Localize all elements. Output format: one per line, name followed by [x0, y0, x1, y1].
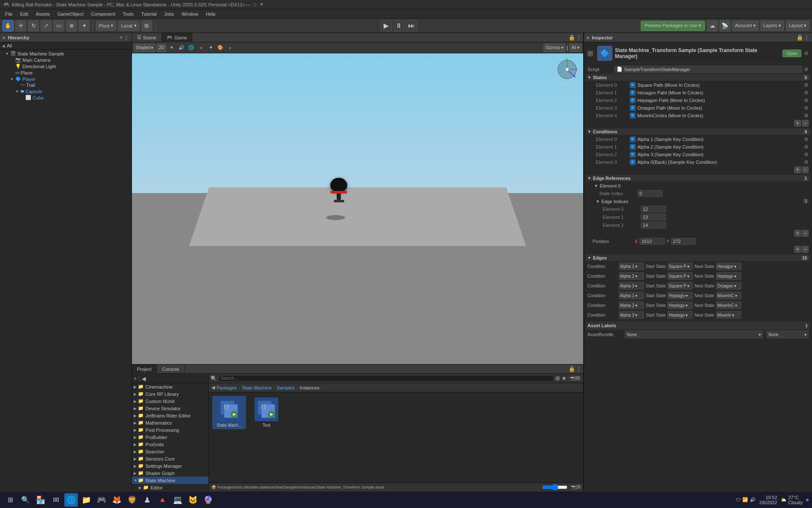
edge-idx-elem2-input[interactable] [641, 222, 666, 229]
custom-tool-button[interactable]: ✦ [79, 20, 90, 31]
pp-toggle[interactable]: 🎨 [216, 44, 225, 52]
mode-dropdown[interactable]: 2D [156, 44, 166, 52]
hierarchy-item-cube[interactable]: ⬜ Cube [0, 94, 132, 101]
taskbar-icon-rider[interactable]: 🔮 [201, 493, 215, 507]
pivot-dropdown[interactable]: Pivot ▾ [96, 21, 116, 31]
local-dropdown[interactable]: Local ▾ [118, 21, 139, 31]
cond-elem3-value[interactable]: 🔷 Alpha 0(Back) (Sample Key Condition) [630, 159, 804, 165]
conditions-plus-btn[interactable]: + [794, 166, 801, 173]
asset-labels-gear[interactable]: ⬇ [804, 323, 809, 329]
hierarchy-options-button[interactable]: ⋮ [123, 34, 129, 41]
sidebar-item-services-core[interactable]: ▶ 📁 Services Core [132, 455, 208, 462]
edge4-start-dropdown[interactable]: Heptago ▾ [667, 301, 693, 309]
step-button[interactable]: ⏭ [406, 20, 417, 31]
taskbar-icon-store[interactable]: 🏪 [34, 493, 47, 507]
edge3-condition-dropdown[interactable]: Alpha 1 ▾ [619, 292, 644, 299]
project-search-input[interactable] [219, 375, 554, 382]
sidebar-item-shader-graph[interactable]: ▶ 📁 Shader Graph [132, 469, 208, 477]
maximize-button[interactable]: □ [252, 2, 258, 8]
rotate-tool-button[interactable]: ↻ [28, 20, 39, 31]
menu-file[interactable]: File [2, 11, 16, 17]
edge4-next-dropdown[interactable]: MoveInC ▾ [716, 301, 741, 309]
hierarchy-item-trail[interactable]: 〰 Trail [0, 82, 132, 88]
state-elem0-gear[interactable]: ⚙ [804, 82, 809, 88]
cond-elem0-value[interactable]: 🔷 Alpha 1 (Sample Key Condition) [630, 136, 804, 142]
taskbar-icon-unity[interactable]: 🎮 [95, 493, 108, 507]
pause-button[interactable]: ⏸ [393, 20, 404, 31]
flare-toggle[interactable]: ✦ [206, 44, 215, 52]
edge-indices-minus-btn[interactable]: − [802, 230, 809, 237]
menu-jobs[interactable]: Jobs [161, 11, 177, 17]
taskbar-icon-game[interactable]: ♟ [140, 493, 154, 507]
sidebar-back-button[interactable]: ◀ [142, 375, 146, 382]
taskbar-icon-brave[interactable]: 🦁 [125, 493, 139, 507]
sidebar-item-mathematics[interactable]: ▶ 📁 Mathematics [132, 419, 208, 426]
collab-button[interactable]: ☁ [707, 20, 718, 31]
hierarchy-item-plane[interactable]: ▭ Plane [0, 69, 132, 76]
project-view-btn[interactable]: ⊞ [555, 375, 560, 381]
conditions-minus-btn[interactable]: − [802, 166, 809, 173]
object-active-checkbox[interactable]: ✓ [587, 51, 593, 56]
edge-idx-elem1-input[interactable] [641, 214, 666, 221]
taskbar-icon-explorer[interactable]: 📁 [80, 493, 93, 507]
sidebar-item-cinemachine[interactable]: ▶ 📁 Cinemachine [132, 383, 208, 390]
edge0-condition-dropdown[interactable]: Alpha 1 ▾ [619, 262, 644, 270]
add-folder-button[interactable]: + [134, 375, 137, 382]
sidebar-item-post-processing[interactable]: ▶ 📁 Post Processing [132, 426, 208, 433]
cond-elem2-gear[interactable]: ⚙ [804, 152, 809, 157]
taskbar-icon-firefox[interactable]: 🦊 [110, 493, 123, 507]
breadcrumb-instances[interactable]: Instances [299, 385, 319, 390]
script-gear-button[interactable]: ⚙ [804, 66, 809, 72]
sidebar-item-probuilder[interactable]: ▶ 📁 ProBuilder [132, 433, 208, 441]
account-dropdown[interactable]: Account ▾ [732, 21, 759, 31]
sidebar-item-custom-nunit[interactable]: ▶ 📁 Custom NUnit [132, 398, 208, 405]
inspector-options-button[interactable]: ⋮ [804, 34, 809, 41]
state-elem0-value[interactable]: 🔷 Square Path (Move In Circles) [630, 82, 804, 88]
menu-component[interactable]: Component [88, 11, 118, 17]
taskbar-icon-mail[interactable]: ✉ [49, 493, 63, 507]
scene-lock-button[interactable]: 🔒 [568, 34, 575, 41]
cond-elem1-value[interactable]: 🔷 Alpha 2 (Sample Key Condition) [630, 144, 804, 150]
edge5-start-dropdown[interactable]: Heptago ▾ [667, 311, 693, 319]
all-dropdown[interactable]: All ▾ [569, 44, 582, 52]
gizmos-dropdown[interactable]: Gizmos ▾ [543, 44, 565, 52]
state-elem3-value[interactable]: 🔷 Octagon Path (Move In Circles) [630, 105, 804, 111]
audio-toggle[interactable]: 🔊 [177, 44, 186, 52]
tab-project[interactable]: Project [132, 364, 157, 374]
hierarchy-add-button[interactable]: + [119, 34, 123, 41]
edge-refs-plus-btn[interactable]: + [794, 246, 801, 253]
rect-tool-button[interactable]: ▭ [53, 20, 64, 31]
position-x-input[interactable] [639, 238, 665, 245]
asset-item-test[interactable]: {} Test [250, 396, 283, 429]
menu-window[interactable]: Window [178, 11, 202, 17]
taskbar-icon-github[interactable]: 🐱 [186, 493, 200, 507]
states-minus-btn[interactable]: − [802, 120, 809, 127]
state-elem1-gear[interactable]: ⚙ [804, 90, 809, 96]
state-elem1-value[interactable]: 🔷 Hexagon Paht (Move In Circles) [630, 90, 804, 96]
breadcrumb-packages[interactable]: Packages [217, 385, 237, 390]
state-elem4-gear[interactable]: ⚙ [804, 113, 809, 119]
edge-references-header[interactable]: ▼ Edge References 1 [586, 175, 810, 182]
layers-dropdown[interactable]: Layers ▾ [760, 21, 784, 31]
menu-tools[interactable]: Tools [119, 11, 137, 17]
edge5-condition-dropdown[interactable]: Alpha 3 ▾ [619, 311, 644, 319]
sidebar-item-device-sim[interactable]: ▶ 📁 Device Simulator [132, 405, 208, 412]
sidebar-item-jetbrains[interactable]: ▶ 📁 JetBrains Rider Editor [132, 412, 208, 419]
state-elem3-gear[interactable]: ⚙ [804, 105, 809, 111]
sidebar-item-settings-mgr[interactable]: ▶ 📁 Settings Manager [132, 462, 208, 469]
states-plus-btn[interactable]: + [794, 120, 801, 127]
conditions-section-header[interactable]: ▼ Conditions 4 [586, 128, 810, 135]
scene-options-button[interactable]: ⋮ [576, 34, 582, 41]
inspector-lock-button[interactable]: 🔒 [796, 34, 803, 41]
cond-elem0-gear[interactable]: ⚙ [804, 136, 809, 142]
menu-gameobject[interactable]: GameObject [54, 11, 87, 17]
position-y-input[interactable] [671, 238, 696, 245]
cond-elem2-value[interactable]: 🔷 Alpha 3 (Sample Key Condition) [630, 152, 804, 157]
cond-elem3-gear[interactable]: ⚙ [804, 159, 809, 165]
cond-elem1-gear[interactable]: ⚙ [804, 144, 809, 150]
close-button[interactable]: ✕ [259, 2, 265, 8]
sidebar-item-progrids[interactable]: ▶ 📁 ProGrids [132, 441, 208, 448]
clock-widget[interactable]: 19:52 2/6/2022 [759, 495, 777, 505]
shading-dropdown[interactable]: Shaded ▾ [134, 44, 155, 52]
states-section-header[interactable]: ▼ States 5 [586, 74, 810, 81]
